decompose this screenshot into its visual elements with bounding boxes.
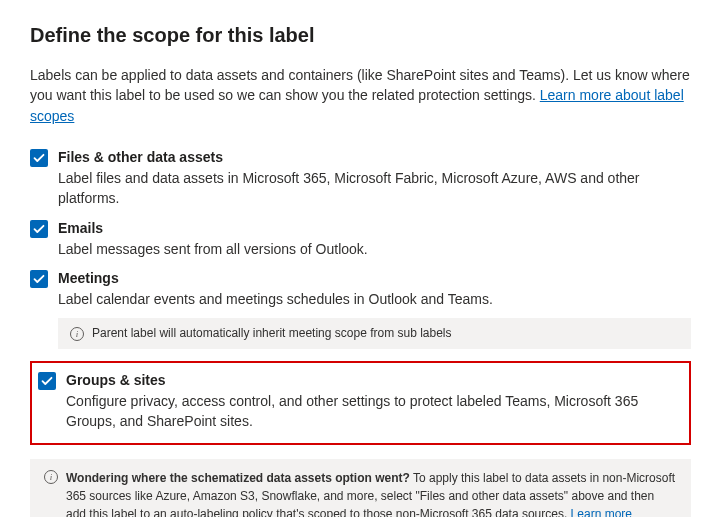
page-title: Define the scope for this label — [30, 24, 691, 47]
option-content: Emails Label messages sent from all vers… — [58, 219, 691, 259]
checkmark-icon — [33, 223, 45, 235]
schematized-note-bar: i Wondering where the schematized data a… — [30, 459, 691, 517]
checkbox-emails[interactable] — [30, 220, 48, 238]
checkmark-icon — [33, 273, 45, 285]
checkmark-icon — [33, 152, 45, 164]
schematized-note-body: Wondering where the schematized data ass… — [66, 469, 677, 517]
option-content: Groups & sites Configure privacy, access… — [66, 371, 683, 432]
option-label: Emails — [58, 219, 691, 237]
info-icon: i — [44, 470, 58, 484]
option-content: Files & other data assets Label files an… — [58, 148, 691, 209]
option-desc: Label files and data assets in Microsoft… — [58, 168, 691, 209]
info-icon: i — [70, 327, 84, 341]
scope-option-groups-sites: Groups & sites Configure privacy, access… — [38, 369, 683, 434]
scope-option-meetings: Meetings Label calendar events and meeti… — [30, 267, 691, 311]
scope-option-emails: Emails Label messages sent from all vers… — [30, 217, 691, 261]
inherit-note-text: Parent label will automatically inherit … — [92, 326, 452, 340]
learn-more-schematized-link[interactable]: Learn more — [571, 507, 632, 517]
schematized-note-strong: Wondering where the schematized data ass… — [66, 471, 410, 485]
checkmark-icon — [41, 375, 53, 387]
option-desc: Configure privacy, access control, and o… — [66, 391, 683, 432]
option-label: Groups & sites — [66, 371, 683, 389]
checkbox-files[interactable] — [30, 149, 48, 167]
scope-option-files: Files & other data assets Label files an… — [30, 146, 691, 211]
option-label: Meetings — [58, 269, 691, 287]
option-desc: Label messages sent from all versions of… — [58, 239, 691, 259]
option-content: Meetings Label calendar events and meeti… — [58, 269, 691, 309]
option-label: Files & other data assets — [58, 148, 691, 166]
highlight-groups-sites: Groups & sites Configure privacy, access… — [30, 361, 691, 446]
checkbox-groups-sites[interactable] — [38, 372, 56, 390]
option-desc: Label calendar events and meetings sched… — [58, 289, 691, 309]
inherit-note-bar: i Parent label will automatically inheri… — [58, 318, 691, 349]
checkbox-meetings[interactable] — [30, 270, 48, 288]
intro-paragraph: Labels can be applied to data assets and… — [30, 65, 691, 126]
